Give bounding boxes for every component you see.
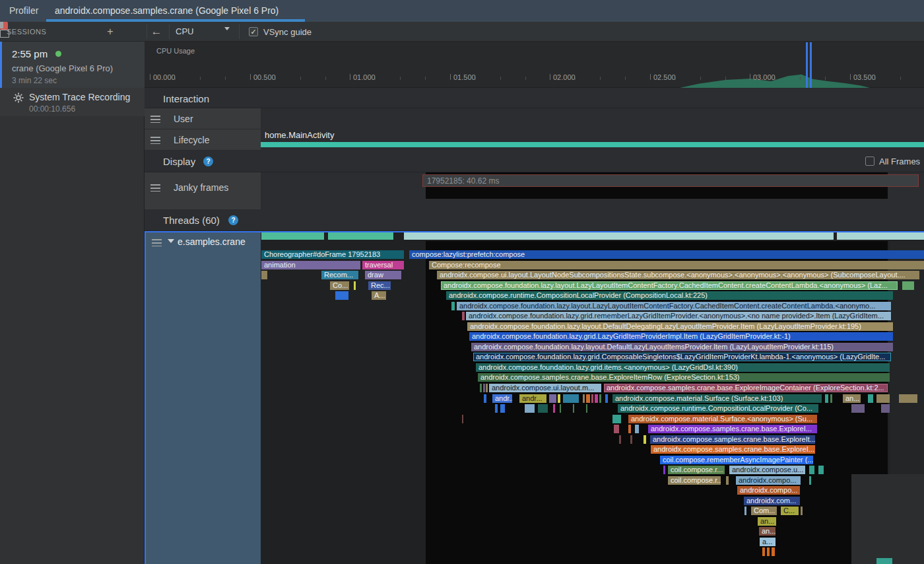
add-session-button[interactable]: + [104, 26, 116, 38]
back-arrow-button[interactable]: ← [150, 26, 162, 38]
trace-span[interactable] [663, 466, 665, 474]
trace-span[interactable] [500, 404, 505, 413]
janky-frame-bar[interactable]: 17952185: 40.62 ms [422, 174, 919, 187]
trace-span[interactable] [851, 404, 865, 413]
trace-span[interactable] [876, 394, 890, 403]
trace-span[interactable] [614, 425, 619, 433]
drag-handle-icon[interactable] [152, 239, 162, 246]
trace-span[interactable] [902, 281, 914, 290]
trace-span[interactable] [558, 394, 560, 403]
trace-span[interactable]: Recom... [321, 271, 358, 279]
all-frames-checkbox[interactable] [865, 157, 874, 166]
trace-span[interactable] [486, 384, 488, 392]
trace-span[interactable] [525, 404, 535, 413]
trace-span[interactable]: androidx.compose.samples.crane.base.Expl… [604, 384, 888, 392]
trace-span[interactable]: androidx.compo... [737, 486, 800, 495]
trace-span[interactable] [595, 394, 598, 403]
trace-span[interactable] [809, 476, 811, 485]
trace-span[interactable]: Com... [751, 507, 777, 515]
trace-span[interactable]: androidx.compose.foundation.lazy.grid.Co… [473, 353, 891, 361]
trace-span[interactable]: androidx.compose.foundation.lazy.layout.… [457, 302, 891, 310]
trace-span[interactable] [261, 271, 267, 279]
trace-span[interactable] [619, 435, 621, 444]
trace-span[interactable] [549, 394, 556, 403]
collapse-thread-icon[interactable] [168, 239, 174, 243]
trace-span[interactable]: coil.compose.r... [668, 466, 725, 474]
trace-span[interactable]: androidx.compose.samples.crane.base.Expl… [650, 435, 815, 444]
trace-span[interactable] [767, 547, 770, 556]
trace-span[interactable]: draw [365, 271, 401, 279]
thread-state-segment[interactable] [261, 232, 324, 240]
thread-state-segment[interactable] [404, 232, 834, 240]
cpu-usage-track[interactable]: CPU Usage 00.00000.50001.00001.50002.000… [145, 42, 924, 88]
trace-span[interactable]: androidx.compose.material.Surface (Surfa… [612, 394, 822, 403]
trace-span[interactable] [772, 547, 775, 556]
trace-span[interactable]: androidx.compose.foundation.lazy.grid.re… [466, 312, 891, 320]
trace-span[interactable]: coil.compose.r... [668, 476, 721, 485]
trace-span[interactable] [644, 435, 646, 444]
trace-span[interactable] [591, 394, 593, 403]
trace-span[interactable] [451, 302, 455, 310]
drag-handle-icon[interactable] [150, 184, 160, 192]
drag-handle-icon[interactable] [150, 116, 160, 123]
tab-profiler[interactable]: Profiler [9, 0, 38, 22]
trace-span[interactable]: androidx.compose.runtime.CompositionLoca… [618, 404, 818, 413]
trace-span[interactable] [462, 312, 465, 320]
thread-state-segment[interactable] [328, 232, 393, 240]
trace-span[interactable] [628, 425, 631, 433]
trace-span[interactable]: androidx.compose.foundation.lazy.grid.La… [469, 332, 893, 341]
trace-span[interactable] [335, 291, 348, 300]
trace-span[interactable]: Co... [330, 281, 349, 290]
trace-span[interactable]: androidx.compose.ui.layout.LayoutNodeSub… [437, 271, 919, 279]
trace-span[interactable]: androidx.compose.material.Surface.<anony… [628, 415, 817, 423]
trace-span[interactable] [553, 404, 555, 413]
trace-span[interactable] [462, 415, 463, 423]
trace-span[interactable] [586, 404, 587, 413]
janky-frames-label-cell[interactable]: Janky frames [145, 172, 261, 210]
trace-span[interactable]: androidx.compose.foundation.lazy.layout.… [441, 281, 898, 290]
trace-span[interactable]: androidx.compose.foundation.lazy.layout.… [471, 343, 893, 351]
trace-span[interactable] [583, 394, 585, 403]
user-track-label-cell[interactable]: User [145, 108, 261, 129]
trace-span[interactable] [484, 394, 486, 403]
trace-span[interactable]: androidx.com... [744, 497, 800, 505]
thread-label-cell[interactable]: e.samples.crane [145, 232, 261, 564]
trace-span[interactable] [480, 384, 482, 392]
trace-span[interactable] [635, 425, 639, 433]
vsync-guide-checkbox[interactable]: ✓ [249, 27, 258, 36]
trace-span[interactable] [599, 394, 601, 403]
trace-span[interactable] [573, 404, 574, 413]
trace-span[interactable] [563, 394, 579, 403]
trace-span[interactable] [612, 415, 621, 423]
trace-span[interactable]: Compose:recompose [429, 261, 924, 269]
trace-span[interactable]: a... [760, 538, 776, 546]
lifecycle-track-label-cell[interactable]: Lifecycle [145, 129, 261, 151]
trace-span[interactable]: androidx.compo... [736, 476, 801, 485]
trace-span[interactable] [726, 476, 729, 485]
trace-artifact-row[interactable]: System Trace Recording 00:00:10.656 [0, 88, 145, 116]
trace-span[interactable] [899, 394, 917, 403]
trace-span[interactable]: androidx.compose.runtime.CompositionLoca… [446, 291, 893, 300]
help-icon[interactable]: ? [203, 157, 213, 166]
thread-state-segment[interactable] [837, 232, 924, 240]
trace-span[interactable] [586, 394, 590, 403]
trace-span[interactable] [825, 394, 828, 403]
trace-span[interactable] [630, 435, 632, 444]
trace-span[interactable] [744, 507, 746, 515]
trace-span[interactable]: androidx.compose.foundation.lazy.layout.… [467, 322, 893, 331]
lifecycle-event-bar[interactable] [261, 142, 924, 147]
trace-span[interactable] [809, 466, 814, 474]
trace-span[interactable]: an... [758, 517, 776, 526]
trace-span[interactable]: traversal [362, 261, 404, 269]
trace-span[interactable]: androidx.compose.samples.crane.base.Expl… [651, 445, 815, 454]
trace-span[interactable] [818, 466, 824, 474]
trace-span[interactable]: Rec... [368, 281, 391, 290]
trace-span[interactable] [830, 394, 832, 403]
trace-span[interactable]: coil.compose.rememberAsyncImagePainter (… [660, 456, 813, 464]
help-icon[interactable]: ? [228, 215, 238, 225]
trace-span[interactable]: androidx.compose.samples.crane.base.Expl… [478, 373, 890, 382]
trace-span[interactable] [483, 384, 485, 392]
trace-span[interactable]: androidx.compose.ui.layout.m... [489, 384, 601, 392]
trace-span[interactable] [868, 394, 873, 403]
trace-span[interactable]: compose:lazylist:prefetch:compose [409, 250, 924, 259]
